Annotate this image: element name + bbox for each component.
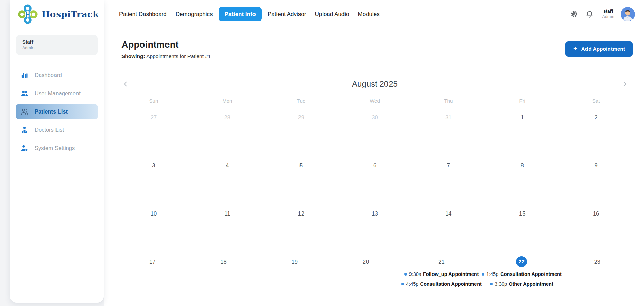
top-nav-item-upload-audio[interactable]: Upload Audio — [310, 7, 353, 21]
top-nav-item-patient-info[interactable]: Patient Info — [219, 7, 262, 21]
calendar-date-number: 30 — [338, 112, 412, 123]
calendar-date-number: 23 — [562, 256, 633, 267]
calendar-day-cell-9[interactable]: 9 — [559, 152, 633, 200]
calendar-date-number: 12 — [264, 208, 338, 219]
sidebar-item-dashboard[interactable]: Dashboard — [16, 67, 98, 83]
calendar-day-cell-23[interactable]: 23 — [562, 248, 633, 296]
calendar-event[interactable]: 1:45pConsultation Appointment — [482, 271, 562, 277]
gear-icon[interactable] — [570, 10, 579, 19]
calendar-week-row: 17181920219:30aFollow_up Appointment4:45… — [117, 248, 633, 296]
sidebar-item-label: Patients List — [35, 108, 68, 115]
calendar-date-number: 17 — [117, 256, 188, 267]
calendar-date-number: 3 — [117, 160, 191, 171]
calendar-day-cell-1[interactable]: 1 — [485, 104, 559, 152]
showing-value: Appointments for Patient #1 — [146, 53, 211, 59]
calendar-week-row: 3456789 — [117, 152, 633, 200]
users-icon — [20, 89, 29, 98]
brand[interactable]: H HospiTrack — [10, 0, 104, 26]
main-area: Patient DashboardDemographicsPatient Inf… — [104, 0, 644, 306]
bell-icon[interactable] — [585, 10, 594, 19]
calendar-day-cell-31[interactable]: 31 — [412, 104, 485, 152]
event-dot-icon — [401, 283, 404, 285]
brand-name: HospiTrack — [42, 9, 99, 19]
calendar-next-icon[interactable] — [619, 79, 630, 89]
calendar-day-header-sat: Sat — [559, 98, 633, 104]
calendar-date-number: 27 — [117, 112, 191, 123]
sidebar-item-label: Doctors List — [35, 127, 64, 133]
top-nav-item-demographics[interactable]: Demographics — [171, 7, 217, 21]
calendar-day-header-wed: Wed — [338, 98, 412, 104]
calendar-day-cell-10[interactable]: 10 — [117, 200, 191, 248]
calendar-date-number: 20 — [330, 256, 401, 267]
calendar-date-number: 18 — [188, 256, 259, 267]
topbar-user-name: staff — [602, 8, 614, 14]
plus-icon: + — [573, 45, 578, 53]
sidebar-item-patients-list[interactable]: Patients List — [16, 104, 98, 119]
calendar-day-cell-17[interactable]: 17 — [117, 248, 188, 296]
calendar-day-cell-18[interactable]: 18 — [188, 248, 259, 296]
user-gear-icon — [20, 144, 29, 152]
calendar-date-number: 15 — [485, 208, 559, 219]
calendar-event[interactable]: 3:30pOther Appointment — [482, 281, 562, 287]
event-dot-icon — [404, 273, 407, 276]
calendar-day-cell-27[interactable]: 27 — [117, 104, 191, 152]
calendar-date-number: 13 — [338, 208, 412, 219]
top-nav-item-modules[interactable]: Modules — [354, 7, 384, 21]
calendar-title: August 2025 — [117, 79, 633, 89]
hospitrack-cross-logo-icon: H — [18, 4, 38, 24]
patients-outline-icon — [20, 107, 29, 116]
sidebar-item-user-management[interactable]: User Management — [16, 86, 98, 101]
calendar-date-number: 5 — [264, 160, 338, 171]
calendar-day-cell-19[interactable]: 19 — [259, 248, 330, 296]
showing-label: Showing: — [121, 53, 145, 59]
calendar-day-cell-15[interactable]: 15 — [485, 200, 559, 248]
calendar-day-cell-20[interactable]: 20 — [330, 248, 401, 296]
calendar-day-cell-4[interactable]: 4 — [191, 152, 264, 200]
calendar-date-number: 28 — [191, 112, 264, 123]
calendar-day-cell-28[interactable]: 28 — [191, 104, 264, 152]
calendar-event[interactable]: 4:45pConsultation Appointment — [401, 281, 482, 287]
calendar-prev-icon[interactable] — [120, 79, 131, 89]
svg-text:H: H — [25, 11, 30, 18]
profile-role: Admin — [22, 46, 91, 50]
sidebar-item-doctors-list[interactable]: Doctors List — [16, 122, 98, 138]
sidebar-item-label: System Settings — [35, 145, 75, 151]
bar-chart-icon — [20, 71, 29, 79]
calendar-day-header-sun: Sun — [117, 98, 191, 104]
calendar-day-cell-12[interactable]: 12 — [264, 200, 338, 248]
avatar[interactable] — [621, 7, 635, 21]
calendar-day-cell-6[interactable]: 6 — [338, 152, 412, 200]
calendar-date-number: 11 — [191, 208, 264, 219]
calendar-date-number: 14 — [412, 208, 485, 219]
calendar-header: August 2025 — [117, 78, 633, 90]
calendar-day-cell-29[interactable]: 29 — [264, 104, 338, 152]
event-dot-icon — [482, 273, 484, 276]
event-title: Consultation Appointment — [500, 271, 562, 277]
add-appointment-label: Add Appointment — [581, 46, 625, 52]
add-appointment-button[interactable]: + Add Appointment — [565, 41, 633, 57]
calendar-day-cell-7[interactable]: 7 — [412, 152, 485, 200]
doctor-icon — [20, 126, 29, 134]
top-nav-item-patient-advisor[interactable]: Patient Advisor — [263, 7, 310, 21]
calendar-day-cell-16[interactable]: 16 — [559, 200, 633, 248]
calendar-date-number: 9 — [559, 160, 633, 171]
sidebar-item-label: Dashboard — [35, 72, 62, 78]
calendar-day-cell-11[interactable]: 11 — [191, 200, 264, 248]
event-time: 1:45p — [486, 271, 498, 277]
top-nav-item-patient-dashboard[interactable]: Patient Dashboard — [115, 7, 171, 21]
calendar-date-number: 6 — [338, 160, 412, 171]
sidebar-item-system-settings[interactable]: System Settings — [16, 141, 98, 156]
calendar-day-cell-3[interactable]: 3 — [117, 152, 191, 200]
calendar-day-cell-30[interactable]: 30 — [338, 104, 412, 152]
calendar-day-cell-14[interactable]: 14 — [412, 200, 485, 248]
calendar-day-cell-5[interactable]: 5 — [264, 152, 338, 200]
calendar-week-row: 272829303112 — [117, 104, 633, 152]
calendar-event[interactable]: 9:30aFollow_up Appointment — [401, 271, 482, 277]
calendar-date-number: 1 — [485, 112, 559, 123]
calendar-day-cell-2[interactable]: 2 — [559, 104, 633, 152]
calendar-day-cell-21[interactable]: 219:30aFollow_up Appointment4:45pConsult… — [401, 248, 482, 296]
calendar-day-cell-13[interactable]: 13 — [338, 200, 412, 248]
event-title: Follow_up Appointment — [423, 271, 479, 277]
calendar-day-cell-8[interactable]: 8 — [485, 152, 559, 200]
calendar-day-cell-22[interactable]: 221:45pConsultation Appointment3:30pOthe… — [482, 248, 562, 296]
